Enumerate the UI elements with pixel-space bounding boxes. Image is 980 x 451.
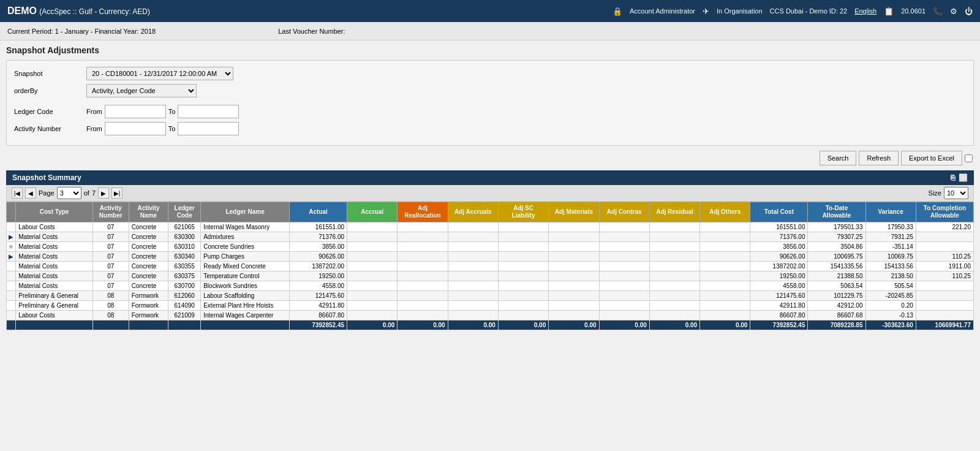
page-select[interactable]: 1234567 bbox=[57, 187, 81, 199]
settings-icon[interactable]: ⚙ bbox=[950, 7, 957, 16]
cell-adj-reallocation bbox=[398, 301, 448, 311]
refresh-button[interactable]: Refresh bbox=[859, 151, 899, 165]
th-icon-spacer bbox=[7, 202, 16, 222]
cell-accrual bbox=[347, 281, 398, 291]
cell-to-completion-allowable bbox=[916, 232, 973, 242]
th-adj-materials: Adj Materials bbox=[549, 202, 599, 222]
th-adj-residual: Adj Residual bbox=[649, 202, 699, 222]
footer-adj-others: 0.00 bbox=[700, 320, 750, 330]
checkbox[interactable] bbox=[965, 154, 973, 162]
ledger-from-input[interactable] bbox=[105, 105, 166, 118]
cell-variance: 2138.50 bbox=[865, 271, 916, 281]
cell-activity-name: Concrete bbox=[129, 281, 168, 291]
cell-adj-contras bbox=[599, 242, 649, 252]
cell-activity-number: 08 bbox=[92, 301, 129, 311]
cell-adj-sc-liability bbox=[498, 242, 548, 252]
cell-adj-reallocation bbox=[398, 242, 448, 252]
cell-adj-contras bbox=[599, 291, 649, 301]
cell-accrual bbox=[347, 252, 398, 262]
cell-adj-contras bbox=[599, 262, 649, 271]
cell-activity-name: Formwork bbox=[129, 301, 168, 311]
cell-adj-materials bbox=[549, 222, 599, 232]
row-icon: ▶ bbox=[7, 252, 16, 262]
cell-adj-reallocation bbox=[398, 271, 448, 281]
activity-to-input[interactable] bbox=[178, 122, 239, 135]
th-adj-sc-liability: Adj SC Liability bbox=[498, 202, 548, 222]
footer-adj-reallocation: 0.00 bbox=[398, 320, 448, 330]
cell-adj-contras bbox=[599, 271, 649, 281]
cell-to-completion-allowable bbox=[916, 242, 973, 252]
cell-total-cost: 4558.00 bbox=[750, 281, 808, 291]
language-label[interactable]: English bbox=[854, 7, 876, 15]
cell-cost-type: Material Costs bbox=[16, 281, 93, 291]
footer-total-cost: 7392852.45 bbox=[750, 320, 808, 330]
cell-adj-accruals bbox=[448, 301, 498, 311]
cell-activity-name: Concrete bbox=[129, 262, 168, 271]
ledger-from-to: From To bbox=[86, 105, 239, 118]
sub-bar: Current Period: 1 - January - Financial … bbox=[0, 22, 980, 40]
cell-total-cost: 86607.80 bbox=[750, 311, 808, 320]
row-icon-empty bbox=[7, 311, 16, 320]
orderby-select[interactable]: Activity, Ledger Code bbox=[86, 84, 197, 97]
first-page-button[interactable]: |◀ bbox=[12, 188, 23, 199]
row-icon-empty bbox=[7, 281, 16, 291]
row-icon-empty bbox=[7, 262, 16, 271]
ledger-code-label: Ledger Code bbox=[14, 108, 81, 115]
footer-cost-type bbox=[16, 320, 93, 330]
cell-actual: 90626.00 bbox=[289, 252, 347, 262]
cell-cost-type: Material Costs bbox=[16, 252, 93, 262]
row-icon-empty bbox=[7, 222, 16, 232]
cell-accrual bbox=[347, 311, 398, 320]
cell-adj-accruals bbox=[448, 262, 498, 271]
cell-ledger-code: 614090 bbox=[168, 301, 201, 311]
cell-to-completion-allowable: 1911.00 bbox=[916, 262, 973, 271]
last-page-button[interactable]: ▶| bbox=[111, 188, 123, 199]
cell-to-completion-allowable: 221.20 bbox=[916, 222, 973, 232]
cell-total-cost: 90626.00 bbox=[750, 252, 808, 262]
cell-adj-materials bbox=[549, 232, 599, 242]
search-button[interactable]: Search bbox=[820, 151, 857, 165]
cell-accrual bbox=[347, 222, 398, 232]
footer-to-completion-allowable: 10669941.77 bbox=[916, 320, 973, 330]
ledger-to-input[interactable] bbox=[178, 105, 239, 118]
cell-accrual bbox=[347, 301, 398, 311]
cell-activity-number: 07 bbox=[92, 232, 129, 242]
footer-variance: -303623.60 bbox=[865, 320, 916, 330]
cell-adj-contras bbox=[599, 311, 649, 320]
snapshot-select[interactable]: 20 - CD180001 - 12/31/2017 12:00:00 AM bbox=[86, 67, 233, 80]
organisation-label: In Organisation bbox=[717, 7, 763, 15]
cell-variance: -20245.85 bbox=[865, 291, 916, 301]
cell-adj-others bbox=[700, 291, 750, 301]
cell-adj-sc-liability bbox=[498, 311, 548, 320]
copy-icon[interactable]: ⎘ bbox=[951, 173, 955, 182]
expand-icon[interactable]: ⬜ bbox=[959, 173, 968, 182]
next-page-button[interactable]: ▶ bbox=[98, 188, 109, 199]
ledger-code-row: Ledger Code From To bbox=[14, 105, 966, 118]
orderby-row: orderBy Activity, Ledger Code bbox=[14, 84, 966, 97]
cell-adj-residual bbox=[649, 301, 699, 311]
power-icon[interactable]: ⏻ bbox=[965, 7, 973, 16]
table-row: ▶Material Costs 07 Concrete 630300 Admix… bbox=[7, 232, 974, 242]
size-select[interactable]: 102050 bbox=[944, 187, 968, 199]
cell-to-date-allowable: 179501.33 bbox=[808, 222, 865, 232]
cell-actual: 86607.80 bbox=[289, 311, 347, 320]
cell-adj-reallocation bbox=[398, 252, 448, 262]
cell-variance: 505.54 bbox=[865, 281, 916, 291]
activity-number-row: Activity Number From To bbox=[14, 122, 966, 135]
cell-ledger-code: 630340 bbox=[168, 252, 201, 262]
cell-adj-accruals bbox=[448, 222, 498, 232]
prev-page-button[interactable]: ◀ bbox=[25, 188, 36, 199]
cell-adj-residual bbox=[649, 232, 699, 242]
activity-from-input[interactable] bbox=[105, 122, 166, 135]
report-icon: 📋 bbox=[884, 7, 894, 16]
cell-adj-accruals bbox=[448, 271, 498, 281]
export-button[interactable]: Export to Excel bbox=[901, 151, 962, 165]
th-variance: Variance bbox=[865, 202, 916, 222]
to-label2: To bbox=[168, 125, 176, 132]
footer-adj-residual: 0.00 bbox=[649, 320, 699, 330]
cell-ledger-name: Internal Wages Masonry bbox=[201, 222, 290, 232]
summary-header: Snapshot Summary ⎘ ⬜ bbox=[6, 170, 974, 185]
th-to-completion-allowable: To Completion Allowable bbox=[916, 202, 973, 222]
cell-total-cost: 19250.00 bbox=[750, 271, 808, 281]
page-content: Snapshot Adjustments Snapshot 20 - CD180… bbox=[0, 40, 980, 335]
